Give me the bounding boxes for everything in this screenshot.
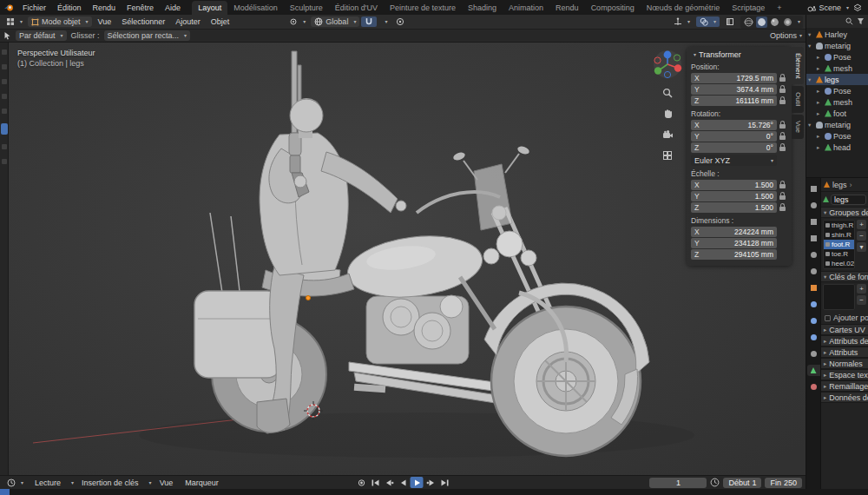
outliner-item[interactable]: ▸head xyxy=(806,142,868,153)
tool-cursor[interactable] xyxy=(2,64,7,69)
outliner-item[interactable]: ▾metarig xyxy=(806,119,868,130)
show-gizmo-dropdown[interactable]: ▾ xyxy=(670,16,694,27)
xray-toggle[interactable] xyxy=(722,16,738,27)
section-attributs-couleur[interactable]: ▸Attributs de xyxy=(821,335,868,346)
menu-aide[interactable]: Aide xyxy=(160,3,186,13)
outliner-item-active[interactable]: ▾legs xyxy=(806,74,868,85)
tab-vue[interactable]: Vue xyxy=(792,115,804,139)
shading-wireframe-button[interactable] xyxy=(743,16,754,28)
lock-scale-y[interactable] xyxy=(777,193,787,200)
vertex-group-item[interactable]: toe.R xyxy=(824,249,854,259)
tab-peinture-texture[interactable]: Peinture de texture xyxy=(384,1,462,15)
add-shape-key-button[interactable]: + xyxy=(857,284,866,294)
vertex-group-item-active[interactable]: foot.R xyxy=(824,240,854,249)
position-y-field[interactable]: Y3674.4 mm xyxy=(691,84,777,95)
section-remaillage[interactable]: ▸Remaillage xyxy=(821,380,868,392)
scene-selector[interactable]: Scene ▾ xyxy=(807,3,849,12)
tab-layout[interactable]: Layout xyxy=(192,1,227,15)
tool-annotate[interactable] xyxy=(2,144,7,149)
end-frame-field[interactable]: Fin250 xyxy=(765,478,802,488)
tab-material[interactable] xyxy=(807,381,820,393)
lock-scale-x[interactable] xyxy=(777,182,787,188)
section-donnees[interactable]: ▸Données de xyxy=(821,392,868,403)
lock-scale-z[interactable] xyxy=(777,204,787,211)
next-keyframe-button[interactable] xyxy=(424,477,437,488)
tool-preset-dropdown[interactable]: Par défaut ▾ xyxy=(16,30,67,41)
add-rest-position-checkbox[interactable]: Ajouter po xyxy=(821,312,868,324)
snapping-toggle[interactable] xyxy=(361,16,377,27)
tab-edition-uv[interactable]: Édition d'UV xyxy=(329,1,384,15)
menu-rendu[interactable]: Rendu xyxy=(88,3,122,13)
auto-keying-button[interactable] xyxy=(355,477,368,488)
tab-modifiers[interactable] xyxy=(807,299,820,310)
section-cartes-uv[interactable]: ▸Cartes UV xyxy=(821,324,868,335)
tab-render[interactable] xyxy=(807,200,820,211)
tab-noeuds-geometrie[interactable]: Nœuds de géométrie xyxy=(641,1,727,15)
tool-rotate[interactable] xyxy=(2,94,7,99)
rotation-y-field[interactable]: Y0° xyxy=(691,131,777,142)
menu-marqueur[interactable]: Marqueur xyxy=(181,478,223,488)
menu-selectionner[interactable]: Sélectionner xyxy=(117,16,169,27)
vertex-group-item[interactable]: heel.02.R xyxy=(824,259,854,268)
remove-shape-key-button[interactable]: − xyxy=(857,295,866,305)
tab-modelisation[interactable]: Modélisation xyxy=(227,1,284,15)
proportional-editing-toggle[interactable] xyxy=(392,16,408,27)
add-vertex-group-button[interactable]: + xyxy=(857,220,866,229)
tab-particles[interactable] xyxy=(807,315,820,327)
drag-mode-dropdown[interactable]: Sélection par recta... ▾ xyxy=(104,30,191,41)
section-attributs[interactable]: ▸Attributs xyxy=(821,346,868,358)
camera-view-icon[interactable] xyxy=(661,128,674,142)
menu-vue[interactable]: Vue xyxy=(94,16,116,27)
outliner-item[interactable]: ▸mesh xyxy=(806,96,868,108)
menu-insertion-cles[interactable]: Insertion de clés xyxy=(77,478,143,488)
tab-scene[interactable] xyxy=(807,249,820,261)
tab-world[interactable] xyxy=(807,266,820,277)
shading-rendered-button[interactable] xyxy=(782,16,793,28)
view-layer-selector[interactable] xyxy=(853,3,862,12)
tab-output[interactable] xyxy=(807,216,820,228)
tab-element[interactable]: Élément xyxy=(792,47,804,84)
start-frame-field[interactable]: Début1 xyxy=(723,478,761,488)
blender-logo-icon[interactable] xyxy=(3,3,15,12)
tab-scriptage[interactable]: Scriptage xyxy=(726,1,771,15)
play-reverse-button[interactable] xyxy=(397,477,410,488)
menu-edition[interactable]: Édition xyxy=(52,3,87,13)
section-normales[interactable]: ▸Normales xyxy=(821,358,868,369)
shading-solid-button[interactable] xyxy=(756,16,767,28)
editor-type-dropdown[interactable]: ▾ xyxy=(3,16,26,27)
options-dropdown[interactable]: Options ▾ xyxy=(770,31,802,40)
tab-tool[interactable] xyxy=(807,183,820,195)
tab-animation[interactable]: Animation xyxy=(503,1,549,15)
object-name-field[interactable]: legs xyxy=(831,195,866,205)
rotation-z-field[interactable]: Z0° xyxy=(691,142,777,153)
lock-rotation-y[interactable] xyxy=(777,133,787,140)
scale-z-field[interactable]: Z1.500 xyxy=(691,202,777,213)
transform-orientation-dropdown[interactable]: Global ▾ xyxy=(311,16,359,27)
lock-position-x[interactable] xyxy=(777,75,787,82)
tab-object-data[interactable] xyxy=(807,365,820,376)
play-button[interactable] xyxy=(411,477,424,488)
tool-transform-active[interactable] xyxy=(1,123,8,135)
tab-physics[interactable] xyxy=(807,332,820,343)
section-espace-texture[interactable]: ▸Espace text xyxy=(821,369,868,380)
jump-to-end-button[interactable] xyxy=(438,477,451,488)
timeline-editor-dropdown[interactable]: ▾ xyxy=(3,478,27,488)
rotation-mode-dropdown[interactable]: Euler XYZ▾ xyxy=(691,155,777,166)
filter-icon[interactable] xyxy=(857,17,865,25)
outliner-item[interactable]: ▸mesh xyxy=(806,63,868,74)
mode-dropdown[interactable]: Mode objet ▾ xyxy=(28,16,92,27)
tab-view-layer[interactable] xyxy=(807,233,820,244)
scale-x-field[interactable]: X1.500 xyxy=(691,180,777,190)
vertex-group-item[interactable]: shin.R xyxy=(824,230,854,240)
menu-vue-timeline[interactable]: Vue xyxy=(155,478,178,488)
menu-objet[interactable]: Objet xyxy=(207,16,234,27)
outliner-item[interactable]: ▸Pose xyxy=(806,85,868,96)
menu-fenetre[interactable]: Fenêtre xyxy=(122,3,159,13)
tab-rendu[interactable]: Rendu xyxy=(549,1,585,15)
3d-viewport[interactable]: Perspective Utilisateur (1) Collection |… xyxy=(9,43,806,475)
tool-move[interactable] xyxy=(2,79,7,84)
jump-to-start-button[interactable] xyxy=(369,477,382,488)
tab-sculpture[interactable]: Sculpture xyxy=(284,1,329,15)
remove-vertex-group-button[interactable]: − xyxy=(857,231,866,241)
menu-fichier[interactable]: Fichier xyxy=(17,3,51,13)
